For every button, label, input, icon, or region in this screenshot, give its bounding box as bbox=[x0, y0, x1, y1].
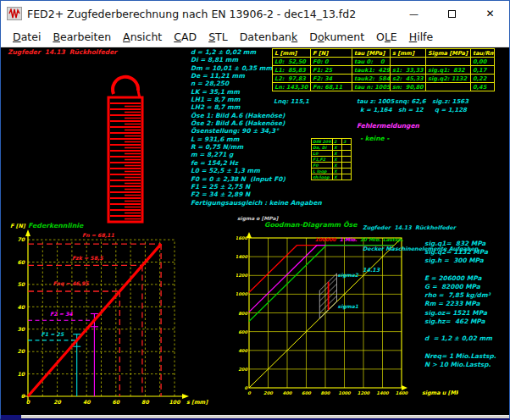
param-line: Fertigungsausgleich : keine Angaben bbox=[191, 199, 322, 207]
svg-text:1600: 1600 bbox=[236, 235, 248, 240]
svg-text:1000: 1000 bbox=[236, 291, 248, 296]
svg-text:1400: 1400 bbox=[236, 254, 248, 259]
svg-text:sigma1: sigma1 bbox=[338, 303, 358, 310]
param-line: Ösenstellung: 90 ± 34,3° bbox=[191, 127, 322, 135]
error-messages-title: Fehlermeldungen bbox=[357, 122, 419, 130]
svg-text:0: 0 bbox=[21, 393, 25, 399]
din-cell: X bbox=[333, 174, 342, 180]
client-area: Zugfeder 14.13 Rückholfeder d = 1,2 ± 0,… bbox=[1, 47, 509, 419]
goodman-info-line: sig.q1= 832 MPa bbox=[424, 240, 496, 248]
goodman-info-line: sig.oz= 1521 MPa bbox=[424, 309, 496, 318]
din-cell: X bbox=[333, 157, 342, 163]
goodman-info-line: N > 10 Mio.Lastsp. bbox=[424, 361, 496, 369]
results-cell: Ln: 143,30 bbox=[273, 83, 311, 91]
svg-text:80: 80 bbox=[141, 399, 149, 405]
results-cell: F1: 25 bbox=[311, 66, 352, 75]
menu-item-stl[interactable]: STL bbox=[202, 30, 234, 43]
din-cell: X bbox=[333, 151, 342, 157]
results-cell: L2: 97,83 bbox=[273, 75, 311, 83]
svg-text:400: 400 bbox=[283, 390, 293, 395]
param-line: F0 = 0 ± 2,38 N (Input F0) bbox=[191, 175, 322, 183]
app-window: FED2+ Zugfederberechnung nach EN 13906-2… bbox=[0, 0, 510, 420]
din-row: F1,F2X bbox=[312, 157, 352, 163]
goodman-info-line: sig.h = 300 MPa bbox=[424, 257, 496, 265]
svg-text:1600: 1600 bbox=[396, 390, 409, 395]
svg-text:30: 30 bbox=[17, 326, 25, 332]
svg-text:Fzk = 58,5: Fzk = 58,5 bbox=[72, 255, 103, 261]
din-header: 2 bbox=[333, 139, 342, 145]
menu-item-ansicht[interactable]: Ansicht bbox=[117, 30, 168, 43]
results-cell: Fn: 68,11 bbox=[311, 83, 352, 91]
goodman-info-line: sig.hz= 462 MPa bbox=[424, 318, 496, 326]
goodman-info-line: rho = 7,85 kg/dm³ bbox=[424, 291, 496, 300]
param-line: R = 0,75 N/mm bbox=[191, 143, 322, 151]
svg-text:F1 = 25: F1 = 25 bbox=[42, 331, 64, 337]
results-cell: tauk1: 429 bbox=[352, 66, 391, 75]
result-sigz: sig.z: 1563 bbox=[432, 98, 468, 105]
svg-text:20: 20 bbox=[53, 399, 61, 405]
menu-item-dokument[interactable]: Dokument bbox=[303, 30, 370, 43]
menu-bar: DateiBearbeitenAnsichtCADSTLDatenbankDok… bbox=[1, 26, 509, 47]
svg-text:600: 600 bbox=[302, 390, 312, 395]
svg-text:60: 60 bbox=[112, 399, 119, 405]
close-button[interactable]: ✕ bbox=[471, 2, 509, 26]
svg-text:800: 800 bbox=[238, 311, 248, 316]
results-cell: 0,00 bbox=[471, 58, 495, 66]
results-cell: tau n: 1005 bbox=[352, 83, 391, 91]
goodman-info-line: sig.q2= 1132 MPa bbox=[424, 248, 496, 257]
svg-text:40: 40 bbox=[83, 399, 91, 405]
param-line: Öse 2: Bild A.6 (Hakenöse) bbox=[191, 119, 322, 127]
svg-text:Fn = 68,11: Fn = 68,11 bbox=[82, 232, 114, 238]
menu-item-hilfe[interactable]: Hilfe bbox=[403, 30, 439, 43]
results-row: L0: 52,50F0: 0tau 0: 00,00 bbox=[273, 58, 495, 66]
horizontal-scrollbar[interactable] bbox=[21, 415, 509, 419]
din-cell bbox=[342, 163, 352, 169]
din-cell: L0 bbox=[312, 151, 333, 157]
results-row: Ln: 143,30Fn: 68,11tau n: 1005sn: 90,800… bbox=[273, 83, 495, 91]
result-sh: sh = 12 bbox=[398, 107, 424, 113]
results-cell: 0,45 bbox=[471, 83, 495, 91]
results-header: tau [MPa] bbox=[352, 49, 391, 58]
din-header: 3 bbox=[342, 139, 352, 145]
din-cell bbox=[342, 174, 352, 180]
goodman-annotation-line1: Zugfeder 14.13 Rückholfeder bbox=[363, 224, 478, 231]
menu-item-cad[interactable]: CAD bbox=[168, 30, 202, 43]
maximize-button[interactable] bbox=[433, 2, 471, 26]
results-cell: sn: 90,80 bbox=[391, 83, 426, 91]
svg-text:1 Mio.: 1 Mio. bbox=[340, 236, 358, 242]
din-row: Da, DiX bbox=[312, 145, 352, 151]
results-cell bbox=[391, 58, 426, 66]
results-cell: s2: 45,33 bbox=[391, 75, 426, 83]
din-cell: sh/loop bbox=[312, 174, 333, 180]
svg-text:0: 0 bbox=[247, 390, 252, 395]
goodman-info-line: d = 1,2 ± 0,02 mm bbox=[424, 334, 496, 343]
menu-item-bearbeiten[interactable]: Bearbeiten bbox=[47, 30, 117, 43]
svg-text:0: 0 bbox=[26, 399, 30, 405]
menu-item-datei[interactable]: Datei bbox=[7, 30, 47, 43]
svg-text:100: 100 bbox=[169, 399, 181, 405]
svg-text:800: 800 bbox=[321, 390, 331, 395]
svg-text:sigma2: sigma2 bbox=[338, 272, 359, 279]
results-cell: tau 0: 0 bbox=[352, 58, 391, 66]
results-cell bbox=[426, 83, 471, 91]
svg-text:20: 20 bbox=[17, 348, 25, 354]
svg-text:1400: 1400 bbox=[376, 390, 390, 395]
param-line: Öse 1: Bild A.6 (Hakenöse) bbox=[191, 112, 322, 119]
din-header: DIN 2097-1 bbox=[312, 139, 333, 145]
menu-item-datenbank[interactable]: Datenbank bbox=[234, 30, 304, 43]
results-cell: sig.q2: 1132 bbox=[426, 75, 471, 83]
svg-text:1200: 1200 bbox=[358, 390, 371, 395]
menu-item-ole[interactable]: OLE bbox=[370, 30, 403, 43]
din-cell: Da, Di bbox=[312, 145, 333, 151]
param-line: L = 931,6 mm bbox=[191, 135, 322, 143]
minimize-button[interactable]: — bbox=[395, 2, 433, 26]
din-cell bbox=[342, 151, 352, 157]
goodman-info-line bbox=[424, 326, 496, 334]
din-cell bbox=[342, 169, 352, 174]
goodman-info: sig.q1= 832 MPasig.q2= 1132 MPasig.h = 3… bbox=[424, 240, 496, 369]
svg-text:Federkennlinie: Federkennlinie bbox=[28, 222, 84, 229]
svg-text:s [mm]: s [mm] bbox=[186, 399, 208, 406]
goodman-info-line: Nreq= 1 Mio.Lastsp. bbox=[424, 352, 496, 361]
results-cell: 0,17 bbox=[471, 66, 495, 75]
results-cell: 0,22 bbox=[471, 75, 495, 83]
